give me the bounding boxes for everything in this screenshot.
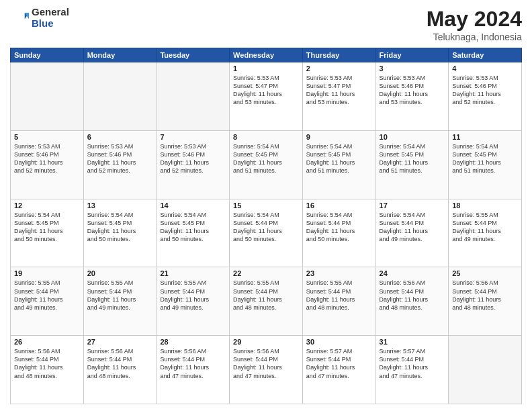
table-row: 9Sunrise: 5:54 AM Sunset: 5:45 PM Daylig… — [302, 130, 375, 199]
header-sunday: Sunday — [11, 48, 84, 62]
cell-content: Sunrise: 5:57 AM Sunset: 5:44 PM Dayligh… — [380, 347, 445, 380]
cell-content: Sunrise: 5:55 AM Sunset: 5:44 PM Dayligh… — [306, 279, 372, 312]
table-row — [11, 62, 84, 131]
day-number: 1 — [233, 64, 299, 73]
day-number: 28 — [160, 338, 226, 346]
day-number: 31 — [380, 338, 445, 346]
day-number: 30 — [306, 338, 372, 346]
table-row: 23Sunrise: 5:55 AM Sunset: 5:44 PM Dayli… — [302, 267, 375, 336]
cell-content: Sunrise: 5:55 AM Sunset: 5:44 PM Dayligh… — [233, 279, 299, 312]
day-number: 14 — [160, 201, 226, 210]
table-row: 12Sunrise: 5:54 AM Sunset: 5:45 PM Dayli… — [11, 199, 84, 267]
cell-content: Sunrise: 5:56 AM Sunset: 5:44 PM Dayligh… — [380, 279, 445, 312]
logo-icon — [10, 9, 29, 28]
header-friday: Friday — [375, 48, 449, 62]
table-row: 3Sunrise: 5:53 AM Sunset: 5:46 PM Daylig… — [375, 62, 449, 131]
day-number: 11 — [452, 133, 518, 141]
table-row: 15Sunrise: 5:54 AM Sunset: 5:44 PM Dayli… — [230, 199, 303, 267]
table-row: 26Sunrise: 5:56 AM Sunset: 5:44 PM Dayli… — [11, 336, 84, 404]
day-number: 20 — [87, 269, 153, 277]
table-row — [449, 336, 522, 404]
day-number: 19 — [14, 269, 80, 277]
table-row: 21Sunrise: 5:55 AM Sunset: 5:44 PM Dayli… — [157, 267, 230, 336]
day-number: 5 — [14, 133, 80, 141]
table-row: 4Sunrise: 5:53 AM Sunset: 5:46 PM Daylig… — [449, 62, 522, 131]
cell-content: Sunrise: 5:55 AM Sunset: 5:44 PM Dayligh… — [87, 279, 153, 312]
day-number: 27 — [87, 338, 153, 346]
cell-content: Sunrise: 5:53 AM Sunset: 5:46 PM Dayligh… — [380, 74, 445, 107]
header-monday: Monday — [83, 48, 157, 62]
day-number: 15 — [233, 201, 299, 210]
cell-content: Sunrise: 5:57 AM Sunset: 5:44 PM Dayligh… — [306, 347, 372, 380]
table-row: 27Sunrise: 5:56 AM Sunset: 5:44 PM Dayli… — [83, 336, 157, 404]
day-number: 13 — [87, 201, 153, 210]
table-row — [83, 62, 157, 131]
calendar-table: Sunday Monday Tuesday Wednesday Thursday… — [10, 48, 522, 404]
cell-content: Sunrise: 5:55 AM Sunset: 5:44 PM Dayligh… — [452, 211, 518, 244]
day-number: 4 — [452, 64, 518, 73]
table-row: 2Sunrise: 5:53 AM Sunset: 5:47 PM Daylig… — [302, 62, 375, 131]
calendar-week-1: 5Sunrise: 5:53 AM Sunset: 5:46 PM Daylig… — [11, 130, 522, 199]
header-tuesday: Tuesday — [157, 48, 230, 62]
table-row: 8Sunrise: 5:54 AM Sunset: 5:45 PM Daylig… — [230, 130, 303, 199]
cell-content: Sunrise: 5:54 AM Sunset: 5:44 PM Dayligh… — [380, 211, 445, 244]
table-row: 7Sunrise: 5:53 AM Sunset: 5:46 PM Daylig… — [157, 130, 230, 199]
day-number: 3 — [380, 64, 445, 73]
table-row: 17Sunrise: 5:54 AM Sunset: 5:44 PM Dayli… — [375, 199, 449, 267]
title-location: Teluknaga, Indonesia — [427, 32, 522, 42]
title-month: May 2024 — [427, 7, 522, 32]
page: General Blue May 2024 Teluknaga, Indones… — [0, 0, 532, 411]
cell-content: Sunrise: 5:55 AM Sunset: 5:44 PM Dayligh… — [160, 279, 226, 312]
table-row: 5Sunrise: 5:53 AM Sunset: 5:46 PM Daylig… — [11, 130, 84, 199]
table-row: 25Sunrise: 5:56 AM Sunset: 5:44 PM Dayli… — [449, 267, 522, 336]
day-number: 17 — [380, 201, 445, 210]
title-block: May 2024 Teluknaga, Indonesia — [427, 7, 522, 42]
cell-content: Sunrise: 5:54 AM Sunset: 5:44 PM Dayligh… — [233, 211, 299, 244]
table-row: 1Sunrise: 5:53 AM Sunset: 5:47 PM Daylig… — [230, 62, 303, 131]
cell-content: Sunrise: 5:53 AM Sunset: 5:46 PM Dayligh… — [87, 142, 153, 175]
cell-content: Sunrise: 5:54 AM Sunset: 5:45 PM Dayligh… — [87, 211, 153, 244]
table-row: 6Sunrise: 5:53 AM Sunset: 5:46 PM Daylig… — [83, 130, 157, 199]
day-number: 21 — [160, 269, 226, 277]
calendar-header-row: Sunday Monday Tuesday Wednesday Thursday… — [11, 48, 522, 62]
day-number: 29 — [233, 338, 299, 346]
logo: General Blue — [10, 7, 69, 29]
cell-content: Sunrise: 5:54 AM Sunset: 5:45 PM Dayligh… — [452, 142, 518, 175]
header-wednesday: Wednesday — [230, 48, 303, 62]
day-number: 22 — [233, 269, 299, 277]
day-number: 24 — [380, 269, 445, 277]
cell-content: Sunrise: 5:54 AM Sunset: 5:45 PM Dayligh… — [233, 142, 299, 175]
cell-content: Sunrise: 5:55 AM Sunset: 5:44 PM Dayligh… — [14, 279, 80, 312]
calendar-week-0: 1Sunrise: 5:53 AM Sunset: 5:47 PM Daylig… — [11, 62, 522, 131]
day-number: 25 — [452, 269, 518, 277]
cell-content: Sunrise: 5:56 AM Sunset: 5:44 PM Dayligh… — [14, 347, 80, 380]
header-thursday: Thursday — [302, 48, 375, 62]
table-row: 11Sunrise: 5:54 AM Sunset: 5:45 PM Dayli… — [449, 130, 522, 199]
cell-content: Sunrise: 5:53 AM Sunset: 5:47 PM Dayligh… — [233, 74, 299, 107]
day-number: 8 — [233, 133, 299, 141]
logo-blue: Blue — [32, 18, 69, 30]
day-number: 10 — [380, 133, 445, 141]
day-number: 6 — [87, 133, 153, 141]
day-number: 26 — [14, 338, 80, 346]
calendar-week-4: 26Sunrise: 5:56 AM Sunset: 5:44 PM Dayli… — [11, 336, 522, 404]
table-row: 28Sunrise: 5:56 AM Sunset: 5:44 PM Dayli… — [157, 336, 230, 404]
table-row: 30Sunrise: 5:57 AM Sunset: 5:44 PM Dayli… — [302, 336, 375, 404]
cell-content: Sunrise: 5:56 AM Sunset: 5:44 PM Dayligh… — [452, 279, 518, 312]
cell-content: Sunrise: 5:53 AM Sunset: 5:46 PM Dayligh… — [160, 142, 226, 175]
day-number: 12 — [14, 201, 80, 210]
logo-text: General Blue — [32, 7, 69, 29]
table-row — [157, 62, 230, 131]
cell-content: Sunrise: 5:54 AM Sunset: 5:45 PM Dayligh… — [14, 211, 80, 244]
cell-content: Sunrise: 5:54 AM Sunset: 5:45 PM Dayligh… — [160, 211, 226, 244]
cell-content: Sunrise: 5:54 AM Sunset: 5:45 PM Dayligh… — [380, 142, 445, 175]
cell-content: Sunrise: 5:53 AM Sunset: 5:46 PM Dayligh… — [452, 74, 518, 107]
cell-content: Sunrise: 5:56 AM Sunset: 5:44 PM Dayligh… — [87, 347, 153, 380]
logo-general: General — [32, 7, 69, 18]
cell-content: Sunrise: 5:54 AM Sunset: 5:44 PM Dayligh… — [306, 211, 372, 244]
cell-content: Sunrise: 5:53 AM Sunset: 5:47 PM Dayligh… — [306, 74, 372, 107]
calendar-week-3: 19Sunrise: 5:55 AM Sunset: 5:44 PM Dayli… — [11, 267, 522, 336]
calendar-week-2: 12Sunrise: 5:54 AM Sunset: 5:45 PM Dayli… — [11, 199, 522, 267]
table-row: 24Sunrise: 5:56 AM Sunset: 5:44 PM Dayli… — [375, 267, 449, 336]
table-row: 31Sunrise: 5:57 AM Sunset: 5:44 PM Dayli… — [375, 336, 449, 404]
